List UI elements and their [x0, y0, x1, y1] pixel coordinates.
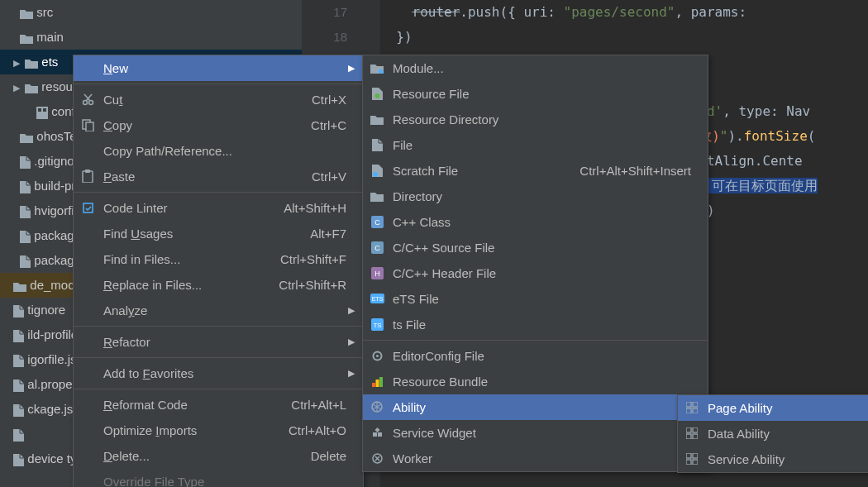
module-icon — [370, 60, 384, 75]
menu-item[interactable]: Optimize ImportsCtrl+Alt+O — [74, 418, 363, 443]
menu-item-label: Analyze — [103, 298, 147, 323]
tree-item-label: igorfile.js — [27, 352, 76, 366]
svg-rect-25 — [372, 383, 375, 387]
menu-item[interactable]: Find in Files...Ctrl+Shift+F — [74, 246, 363, 272]
menu-separator — [74, 192, 363, 193]
menu-item[interactable]: Reformat CodeCtrl+Alt+L — [74, 392, 363, 418]
menu-item[interactable]: New▶ — [74, 55, 363, 81]
menu-item[interactable]: Resource Bundle — [363, 369, 708, 394]
menu-item[interactable]: CutCtrl+X — [74, 87, 363, 112]
tree-item-label: tignore — [27, 303, 65, 317]
menu-item[interactable]: Copy Path/Reference... — [74, 138, 363, 164]
menu-item-label: Replace in Files... — [103, 272, 202, 298]
menu-item[interactable]: Module... — [363, 55, 708, 81]
menu-item-label: Worker — [393, 446, 432, 471]
menu-item-label: Resource Directory — [393, 107, 498, 132]
menu-item[interactable]: Find UsagesAlt+F7 — [74, 221, 363, 246]
menu-item[interactable]: HC/C++ Header File — [363, 260, 708, 286]
menu-item[interactable]: Delete...Delete — [74, 443, 363, 469]
menu-item-shortcut: Ctrl+Alt+Shift+Insert — [579, 158, 691, 184]
menu-item-label: Copy Path/Reference... — [103, 138, 232, 164]
svg-rect-34 — [686, 427, 691, 432]
grid-icon — [684, 451, 699, 466]
menu-item[interactable]: CC/C++ Source File — [363, 235, 708, 260]
svg-text:C: C — [374, 244, 380, 252]
menu-item[interactable]: Scratch FileCtrl+Alt+Shift+Insert — [363, 158, 708, 184]
menu-item[interactable]: Add to Favorites▶ — [74, 360, 363, 386]
svg-text:C: C — [374, 218, 380, 227]
tree-item-label: ets — [41, 55, 58, 69]
menu-item-label: Override File Type — [103, 469, 204, 487]
folder-icon — [370, 112, 384, 127]
menu-item-label: Optimize Imports — [103, 418, 197, 443]
menu-item[interactable]: ETSeTS File — [363, 286, 708, 312]
menu-item-shortcut: Ctrl+C — [311, 112, 346, 138]
ability-icon — [370, 399, 384, 414]
menu-item[interactable]: Data Ability — [678, 421, 868, 446]
menu-item-label: Paste — [103, 164, 135, 189]
ability-submenu[interactable]: Page AbilityData AbilityService Ability — [677, 394, 868, 473]
tree-item[interactable]: main — [0, 25, 302, 50]
menu-item-shortcut: Ctrl+Shift+F — [280, 246, 346, 272]
menu-item-shortcut: Ctrl+V — [312, 164, 346, 189]
menu-item-label: Scratch File — [393, 158, 458, 184]
menu-item-shortcut: Ctrl+Alt+O — [289, 418, 346, 443]
menu-item-label: Delete... — [103, 443, 150, 469]
chdr-icon: H — [370, 265, 384, 280]
code-line[interactable]: }) — [380, 25, 868, 50]
menu-item[interactable]: Resource File — [363, 81, 708, 107]
svg-rect-2 — [43, 108, 46, 112]
file-icon — [370, 137, 384, 152]
svg-point-11 — [374, 93, 379, 98]
menu-item[interactable]: File — [363, 132, 708, 158]
paste-icon — [80, 169, 95, 184]
svg-rect-8 — [85, 169, 90, 173]
tree-item-label: main — [36, 30, 64, 44]
svg-text:H: H — [374, 270, 380, 278]
tree-item[interactable]: src — [0, 0, 302, 25]
chevron-right-icon: ▶ — [348, 55, 355, 81]
menu-item[interactable]: Refactor▶ — [74, 329, 363, 355]
menu-item[interactable]: Page Ability — [678, 395, 868, 421]
menu-item-label: Reformat Code — [103, 392, 188, 418]
menu-item-label: Find Usages — [103, 221, 173, 246]
menu-item[interactable]: Resource Directory — [363, 107, 708, 132]
code-line[interactable]: router.push({ uri: "pages/second", param… — [380, 0, 868, 25]
menu-separator — [74, 84, 363, 84]
chevron-right-icon: ▶ — [348, 360, 355, 386]
menu-item[interactable]: EditorConfig File — [363, 343, 708, 369]
cut-icon — [80, 92, 95, 107]
context-menu[interactable]: New▶CutCtrl+XCopyCtrl+CCopy Path/Referen… — [73, 55, 364, 487]
menu-item[interactable]: Replace in Files...Ctrl+Shift+R — [74, 272, 363, 298]
new-submenu[interactable]: Module...Resource FileResource Directory… — [362, 55, 708, 472]
menu-item-label: C++ Class — [393, 209, 451, 235]
svg-rect-32 — [686, 408, 691, 413]
menu-item-label: Code Linter — [103, 195, 168, 221]
menu-item[interactable]: Analyze▶ — [74, 298, 363, 323]
svg-rect-10 — [379, 69, 383, 74]
menu-item[interactable]: Service Ability — [678, 446, 868, 472]
menu-item[interactable]: TSts File — [363, 312, 708, 337]
menu-item-label: New — [103, 55, 128, 81]
menu-item[interactable]: Worker — [363, 446, 708, 471]
ts-icon: TS — [370, 317, 384, 332]
svg-rect-41 — [693, 460, 698, 465]
menu-item-label: C/C++ Header File — [393, 260, 496, 286]
menu-item[interactable]: Directory — [363, 184, 708, 209]
svg-rect-33 — [693, 408, 698, 413]
menu-item[interactable]: CopyCtrl+C — [74, 112, 363, 138]
menu-separator — [363, 340, 708, 341]
menu-item-shortcut: Alt+F7 — [310, 221, 346, 246]
menu-item[interactable]: Code LinterAlt+Shift+H — [74, 195, 363, 221]
menu-item[interactable]: Ability▶ — [363, 394, 708, 420]
bundle-icon — [370, 374, 384, 389]
svg-point-24 — [376, 355, 379, 357]
svg-rect-39 — [693, 453, 698, 458]
menu-item[interactable]: Service Widget — [363, 420, 708, 446]
menu-item[interactable]: CC++ Class — [363, 209, 708, 235]
svg-rect-36 — [686, 434, 691, 439]
svg-text:ETS: ETS — [371, 296, 383, 302]
menu-item[interactable]: PasteCtrl+V — [74, 164, 363, 189]
svg-rect-6 — [86, 122, 93, 131]
menu-item-label: Cut — [103, 87, 122, 112]
